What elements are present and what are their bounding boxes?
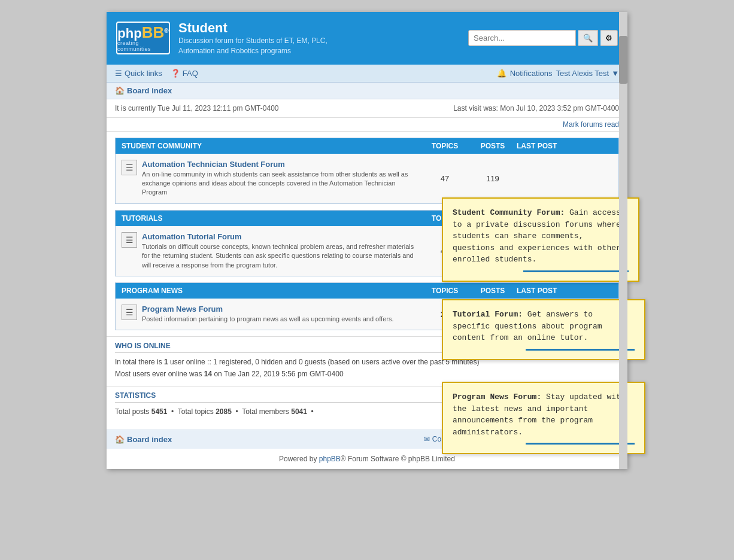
- forum-icon: ☰: [122, 160, 137, 175]
- header-left: phpBB® creating communities Student Disc…: [116, 20, 327, 56]
- program-news-forum-title[interactable]: Program News Forum: [142, 305, 393, 314]
- scrollbar-thumb[interactable]: [619, 36, 627, 84]
- search-area: 🔍 ⚙: [468, 30, 618, 46]
- total-members-value: 5041: [291, 407, 307, 416]
- total-topics-value: 2085: [216, 407, 232, 416]
- search-settings-button[interactable]: ⚙: [600, 30, 618, 46]
- tutorial-forum-title[interactable]: Automation Tutorial Forum: [142, 232, 421, 241]
- forum-text: Automation Technician Student Forum An o…: [142, 160, 421, 197]
- total-topics-label: Total topics: [178, 407, 214, 416]
- mark-forums-read-link[interactable]: Mark forums read: [563, 120, 619, 129]
- faq-label: FAQ: [183, 69, 198, 78]
- tutorials-title: TUTORIALS: [122, 214, 421, 223]
- faq-icon: ❓: [171, 69, 180, 78]
- site-desc-line1: Discussion forum for Students of ET, EM,…: [178, 36, 327, 46]
- program-news-title: PROGRAM NEWS: [122, 287, 421, 295]
- chevron-down-icon: ▼: [611, 69, 619, 78]
- username-label: Test Alexis Test: [556, 69, 609, 78]
- total-posts-label: Total posts: [115, 407, 149, 416]
- sc-topics-col-header: TOPICS: [421, 142, 469, 150]
- forum-desc: An on-line community in which students c…: [142, 170, 421, 197]
- user-menu-button[interactable]: Test Alexis Test ▼: [556, 69, 619, 78]
- nav-bar: ☰ Quick links ❓ FAQ 🔔 Notifications Test…: [107, 65, 627, 83]
- faq-link[interactable]: ❓ FAQ: [171, 69, 198, 78]
- forum-info: ☰ Automation Tutorial Forum Tutorials on…: [122, 232, 421, 270]
- footer-home-icon: 🏠: [115, 435, 125, 444]
- nav-right: 🔔 Notifications Test Alexis Test ▼: [497, 69, 619, 78]
- tooltip2-bold: Tutorial Forum:: [453, 310, 523, 319]
- program-news-forum-desc: Posted information pertaining to program…: [142, 315, 393, 324]
- student-community-title: STUDENT COMMUNITY: [122, 142, 421, 150]
- pn-posts-col-header: POSTS: [469, 287, 517, 295]
- nav-left: ☰ Quick links ❓ FAQ: [115, 69, 198, 78]
- home-icon: 🏠: [115, 86, 125, 95]
- logo[interactable]: phpBB® creating communities: [116, 22, 170, 54]
- forum-topics-count: 47: [421, 174, 469, 183]
- footer-board-index-link[interactable]: 🏠 Board index: [115, 435, 172, 444]
- board-index-breadcrumb[interactable]: 🏠 Board index: [115, 86, 619, 95]
- student-community-section: STUDENT COMMUNITY TOPICS POSTS LAST POST…: [115, 138, 619, 204]
- footer-board-index-label: Board index: [127, 435, 172, 444]
- sc-posts-col-header: POSTS: [469, 142, 517, 150]
- phpbb-link[interactable]: phpBB: [319, 455, 341, 463]
- site-header: phpBB® creating communities Student Disc…: [107, 12, 627, 65]
- tutorial-tooltip: Tutorial Forum: Get answers to specific …: [442, 299, 645, 360]
- logo-sub: creating communities: [117, 40, 169, 52]
- program-news-header: PROGRAM NEWS TOPICS POSTS LAST POST: [116, 283, 618, 299]
- last-visit: Last visit was: Mon Jul 10, 2023 3:52 pm…: [453, 104, 619, 112]
- notifications-label: Notifications: [510, 69, 553, 78]
- site-title-block: Student Discussion forum for Students of…: [178, 20, 327, 56]
- pn-lastpost-col-header: LAST POST: [517, 287, 612, 295]
- site-desc-line2: Automation and Robotics programs: [178, 46, 327, 56]
- quick-links-button[interactable]: ☰ Quick links: [115, 69, 162, 78]
- total-posts-value: 5451: [151, 407, 168, 416]
- logo-text: phpBB®: [117, 25, 168, 40]
- forum-title[interactable]: Automation Technician Student Forum: [142, 160, 421, 169]
- site-title: Student: [178, 20, 327, 36]
- search-input[interactable]: [468, 30, 576, 46]
- tooltip3-bold: Program News Forum:: [453, 392, 541, 401]
- powered-by-suffix: ® Forum Software © phpBB Limited: [341, 455, 455, 463]
- scrollbar[interactable]: [619, 12, 627, 469]
- online-line2: Most users ever online was 14 on Tue Jan…: [115, 369, 619, 380]
- forum-posts-count: 119: [469, 174, 517, 183]
- student-community-header: STUDENT COMMUNITY TOPICS POSTS LAST POST: [116, 138, 618, 154]
- max-online-count: 14: [204, 370, 212, 378]
- forum-info: ☰ Program News Forum Posted information …: [122, 305, 421, 324]
- breadcrumb-bar: 🏠 Board index: [107, 83, 627, 99]
- forum-icon: ☰: [122, 232, 137, 248]
- contact-icon: ✉: [424, 435, 430, 443]
- bell-icon: 🔔: [497, 69, 506, 78]
- search-button[interactable]: 🔍: [578, 30, 598, 46]
- forum-text: Program News Forum Posted information pe…: [142, 305, 393, 324]
- pn-topics-col-header: TOPICS: [421, 287, 469, 295]
- online-count: 1: [164, 358, 168, 366]
- powered-by-text: Powered by: [279, 455, 319, 463]
- current-time: It is currently Tue Jul 11, 2023 12:11 p…: [115, 104, 278, 112]
- automation-technician-row: ☰ Automation Technician Student Forum An…: [116, 154, 618, 203]
- program-news-tooltip: Program News Forum: Stay updated with th…: [442, 382, 645, 454]
- forum-text: Automation Tutorial Forum Tutorials on d…: [142, 232, 421, 270]
- time-bar: It is currently Tue Jul 11, 2023 12:11 p…: [107, 99, 627, 118]
- tutorial-forum-desc: Tutorials on difficult course concepts, …: [142, 242, 421, 270]
- quick-links-label: Quick links: [125, 69, 162, 78]
- sc-lastpost-col-header: LAST POST: [517, 142, 612, 150]
- tooltip1-bold: Student Community Forum:: [453, 208, 565, 217]
- total-members-label: Total members: [242, 407, 289, 416]
- menu-icon: ☰: [115, 69, 122, 78]
- mark-bar: Mark forums read: [107, 118, 627, 132]
- forum-info: ☰ Automation Technician Student Forum An…: [122, 160, 421, 197]
- forum-icon: ☰: [122, 305, 137, 320]
- board-index-label: Board index: [127, 86, 172, 95]
- student-community-tooltip: Student Community Forum: Gain access to …: [442, 197, 639, 282]
